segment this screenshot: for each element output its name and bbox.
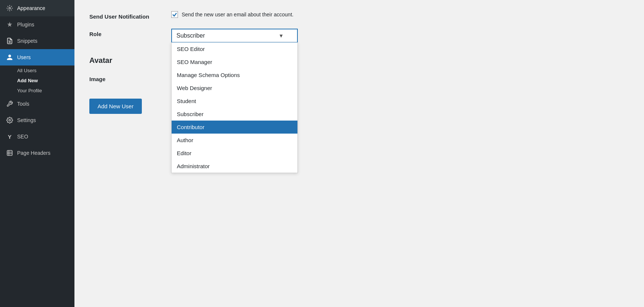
appearance-icon: [6, 4, 13, 12]
sidebar-label-plugins: Plugins: [17, 22, 34, 28]
sidebar-sub-add-new[interactable]: Add New: [0, 76, 74, 86]
sidebar-label-snippets: Snippets: [17, 38, 37, 44]
role-label: Role: [89, 29, 171, 37]
role-option-seo-manager[interactable]: SEO Manager: [172, 55, 297, 68]
svg-rect-4: [7, 150, 12, 156]
sidebar-label-seo: SEO: [17, 134, 28, 140]
sidebar-label-settings: Settings: [17, 117, 36, 123]
role-option-manage-schema[interactable]: Manage Schema Options: [172, 68, 297, 81]
snippets-icon: [6, 37, 13, 45]
sidebar-item-users[interactable]: Users: [0, 49, 74, 65]
role-option-administrator[interactable]: Administrator: [172, 160, 297, 173]
notification-label: Send User Notification: [89, 11, 171, 20]
svg-point-0: [9, 7, 11, 9]
role-option-editor[interactable]: Editor: [172, 147, 297, 160]
image-row: Image: [89, 74, 629, 82]
sidebar-label-appearance: Appearance: [17, 5, 45, 11]
svg-point-3: [9, 119, 11, 121]
role-option-contributor[interactable]: Contributor: [172, 121, 297, 134]
sidebar-sub-all-users[interactable]: All Users: [0, 65, 74, 76]
avatar-row: Avatar: [89, 54, 629, 65]
settings-icon: [6, 116, 13, 124]
role-selected-value: Subscriber: [176, 32, 205, 39]
page-headers-icon: [6, 149, 13, 157]
role-row: Role Subscriber ▼ SEO Editor SEO Manager…: [89, 29, 629, 43]
role-select-box[interactable]: Subscriber ▼: [171, 29, 298, 43]
sidebar-item-page-headers[interactable]: Page Headers: [0, 145, 74, 161]
sidebar-label-page-headers: Page Headers: [17, 150, 51, 156]
role-select-wrapper: Subscriber ▼ SEO Editor SEO Manager Mana…: [171, 29, 298, 43]
chevron-down-icon: ▼: [278, 33, 284, 39]
sidebar-item-seo[interactable]: Y SEO: [0, 128, 74, 145]
avatar-label: Avatar: [89, 54, 171, 65]
sidebar: Appearance Plugins Snippets Users All Us…: [0, 0, 74, 307]
role-control: Subscriber ▼ SEO Editor SEO Manager Mana…: [171, 29, 629, 43]
notification-control: Send the new user an email about their a…: [171, 11, 629, 18]
role-option-student[interactable]: Student: [172, 95, 297, 108]
notification-row: Send User Notification Send the new user…: [89, 11, 629, 20]
sidebar-item-appearance[interactable]: Appearance: [0, 0, 74, 16]
role-option-seo-editor[interactable]: SEO Editor: [172, 42, 297, 55]
role-option-subscriber[interactable]: Subscriber: [172, 108, 297, 121]
sidebar-item-snippets[interactable]: Snippets: [0, 33, 74, 49]
role-option-author[interactable]: Author: [172, 134, 297, 147]
sidebar-item-tools[interactable]: Tools: [0, 96, 74, 112]
role-dropdown: SEO Editor SEO Manager Manage Schema Opt…: [171, 42, 298, 173]
main-content: Send User Notification Send the new user…: [74, 0, 644, 307]
add-new-user-button[interactable]: Add New User: [89, 99, 142, 114]
sidebar-item-plugins[interactable]: Plugins: [0, 16, 74, 33]
sidebar-item-settings[interactable]: Settings: [0, 112, 74, 128]
tools-icon: [6, 100, 13, 108]
seo-icon: Y: [6, 133, 13, 140]
notification-checkbox[interactable]: [171, 11, 178, 18]
image-label: Image: [89, 74, 171, 82]
plugins-icon: [6, 21, 13, 28]
role-option-web-designer[interactable]: Web Designer: [172, 81, 297, 95]
users-icon: [6, 54, 13, 61]
sidebar-sub-your-profile[interactable]: Your Profile: [0, 86, 74, 96]
sidebar-label-tools: Tools: [17, 101, 29, 107]
notification-text: Send the new user an email about their a…: [182, 12, 293, 17]
sidebar-label-users: Users: [17, 54, 31, 60]
